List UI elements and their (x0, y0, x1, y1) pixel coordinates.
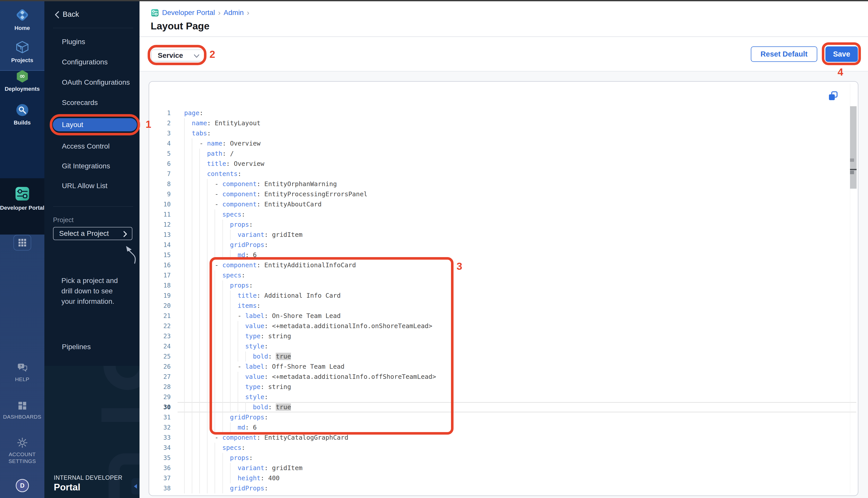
line-number: 4 (149, 139, 171, 148)
code-line[interactable]: 11specs: (149, 209, 858, 220)
code-line[interactable]: 6title: Overview (149, 159, 858, 169)
module-developer-portal[interactable]: Developer Portal (0, 185, 44, 212)
line-number: 22 (149, 321, 171, 331)
code-line[interactable]: 31gridProps: (149, 412, 858, 422)
code-line[interactable]: 1page: (149, 108, 858, 118)
line-number: 29 (149, 392, 171, 402)
code-line[interactable]: 34specs: (149, 443, 858, 453)
code-line[interactable]: 10- component: EntityAboutCard (149, 199, 858, 209)
entity-kind-value: Service (158, 51, 183, 59)
sidebar-collapse-button[interactable] (131, 478, 140, 495)
code-line[interactable]: 32md: 6 (149, 422, 858, 433)
code-line[interactable]: 28type: string (149, 382, 858, 392)
code-line[interactable]: 27value: <+metadata.additionalInfo.offSh… (149, 372, 858, 382)
rail-account-settings[interactable]: ACCOUNT SETTINGS (0, 437, 44, 464)
projects-cube-icon (14, 39, 30, 55)
reset-default-button[interactable]: Reset Default (751, 47, 817, 62)
brand-text-large: Portal (54, 482, 80, 493)
module-grid-icon (18, 238, 27, 247)
reset-default-label: Reset Default (761, 50, 807, 58)
back-button[interactable]: Back (44, 8, 140, 21)
svg-text:∞: ∞ (19, 72, 25, 80)
page-title: Layout Page (151, 21, 209, 32)
code-line[interactable]: 21- label: On-Shore Team Lead (149, 311, 858, 321)
copy-icon[interactable] (827, 90, 839, 102)
code-line[interactable]: 16- component: EntityAdditionalInfoCard (149, 260, 858, 270)
project-section-label: Project (53, 216, 74, 224)
rail-help[interactable]: ? HELP (0, 362, 44, 383)
line-number: 2 (149, 118, 171, 128)
code-line[interactable]: 35props: (149, 453, 858, 463)
line-number: 34 (149, 443, 171, 453)
line-number: 38 (149, 483, 171, 494)
yaml-code-editor[interactable]: 1page:2name: EntityLayout3tabs:4- name: … (149, 108, 858, 494)
code-line[interactable]: 12props: (149, 220, 858, 230)
code-line[interactable]: 14gridProps: (149, 240, 858, 250)
code-line[interactable]: 3tabs: (149, 128, 858, 139)
code-line[interactable]: 29style: (149, 392, 858, 402)
save-label: Save (833, 50, 850, 58)
code-line[interactable]: 2name: EntityLayout (149, 118, 858, 128)
content-area: 1page:2name: EntityLayout3tabs:4- name: … (140, 71, 868, 498)
sidebar-item-layout[interactable]: Layout (53, 118, 137, 131)
code-line[interactable]: 20items: (149, 301, 858, 311)
project-select[interactable]: Select a Project (53, 227, 132, 240)
developer-portal-icon (14, 185, 31, 202)
sidebar-item-git-integrations[interactable]: Git Integrations (44, 160, 140, 172)
main-area: Developer Portal › Admin › Layout Page S… (140, 1, 868, 498)
code-line[interactable]: 36variant: gridItem (149, 463, 858, 473)
code-line[interactable]: 30bold: true (149, 402, 858, 412)
editor-scrollbar-thumb[interactable] (850, 106, 857, 189)
code-line[interactable]: 4- name: Overview (149, 139, 858, 148)
sidebar-item-plugins[interactable]: Plugins (44, 36, 140, 48)
line-number: 35 (149, 453, 171, 463)
module-projects[interactable]: Projects (0, 39, 44, 64)
sidebar-item-scorecards[interactable]: Scorecards (44, 97, 140, 108)
yaml-editor-card: 1page:2name: EntityLayout3tabs:4- name: … (148, 81, 858, 496)
code-line[interactable]: 22value: <+metadata.additionalInfo.onSho… (149, 321, 858, 331)
sidebar-item-url-allow-list[interactable]: URL Allow List (44, 180, 140, 192)
line-number: 37 (149, 473, 171, 483)
code-line[interactable]: 24style: (149, 341, 858, 352)
module-deployments-label: Deployments (0, 85, 44, 93)
code-line[interactable]: 18props: (149, 280, 858, 291)
module-builds[interactable]: Builds (0, 103, 44, 127)
code-line[interactable]: 25bold: true (149, 352, 858, 362)
code-line[interactable]: 33- component: EntityCatalogGraphCard (149, 433, 858, 443)
code-line[interactable]: 26- label: Off-Shore Team Lead (149, 362, 858, 372)
line-number: 12 (149, 220, 171, 230)
chevron-left-icon (53, 10, 61, 19)
code-line[interactable]: 19title: Additional Info Card (149, 291, 858, 301)
entity-kind-select[interactable]: Service (151, 50, 205, 61)
code-line[interactable]: 15md: 6 (149, 250, 858, 260)
code-line[interactable]: 13variant: gridItem (149, 230, 858, 240)
sidebar-item-oauth-configurations[interactable]: OAuth Configurations (44, 77, 140, 88)
module-deployments[interactable]: ∞ Deployments (0, 69, 44, 93)
module-home[interactable]: Home (0, 7, 44, 32)
module-home-label: Home (0, 24, 44, 32)
line-number: 3 (149, 128, 171, 139)
home-icon (14, 7, 30, 23)
code-line[interactable]: 5path: / (149, 148, 858, 159)
code-line[interactable]: 23type: string (149, 331, 858, 341)
user-avatar[interactable]: D (16, 479, 29, 492)
code-line[interactable]: 9- component: EntityProcessingErrorsPane… (149, 189, 858, 199)
line-number: 23 (149, 331, 171, 341)
code-line[interactable]: 38gridProps: (149, 483, 858, 494)
module-rail: Home Projects ∞ Deployments (0, 0, 44, 498)
brand-decor-ring (103, 366, 140, 390)
breadcrumb-developer-portal[interactable]: Developer Portal (162, 9, 215, 17)
code-line[interactable]: 37height: 400 (149, 473, 858, 483)
sidebar-divider (53, 206, 133, 207)
module-picker-tile[interactable] (13, 235, 31, 250)
breadcrumb-admin[interactable]: Admin (224, 9, 244, 17)
sidebar-item-pipelines[interactable]: Pipelines (44, 341, 140, 352)
line-number: 17 (149, 270, 171, 280)
save-button[interactable]: Save (825, 47, 858, 62)
code-line[interactable]: 8- component: EntityOrphanWarning (149, 179, 858, 189)
code-line[interactable]: 17specs: (149, 270, 858, 280)
rail-dashboards[interactable]: DASHBOARDS (0, 400, 44, 420)
sidebar-item-access-control[interactable]: Access Control (44, 141, 140, 152)
code-line[interactable]: 7contents: (149, 169, 858, 179)
sidebar-item-configurations[interactable]: Configurations (44, 56, 140, 68)
